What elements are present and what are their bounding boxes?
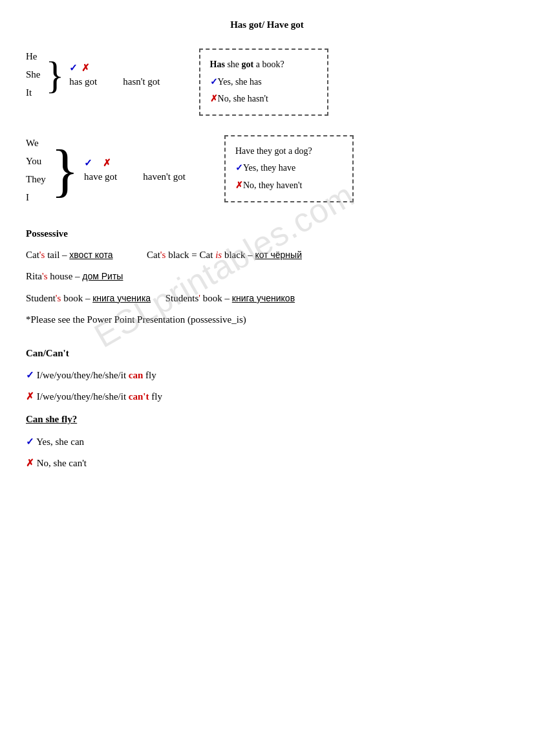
singular-yes: ✓Yes, she has bbox=[210, 74, 317, 91]
plural-bracket: } bbox=[51, 142, 79, 200]
can-section: Can/Can't ✓ I/we/you/they/he/she/it can … bbox=[26, 348, 508, 472]
pronoun-they: They bbox=[26, 171, 46, 187]
check-mark-plural: ✓ bbox=[84, 157, 92, 169]
possessive-row-2: Rita's house – дом Риты bbox=[26, 268, 508, 285]
can-positive-subjects: I/we/you/they/he/she/it bbox=[37, 370, 129, 380]
can-yes-row: ✓ Yes, she can bbox=[26, 433, 508, 451]
spacer-1 bbox=[115, 250, 144, 260]
can-negative-verb: fly bbox=[151, 391, 162, 402]
have-got-label: have got bbox=[84, 171, 117, 182]
can-yes-text: Yes, she can bbox=[36, 437, 84, 447]
q-text-1: she bbox=[227, 59, 241, 69]
can-yes-check: ✓ bbox=[26, 437, 34, 447]
possessive-note: *Please see the Power Point Presentation… bbox=[26, 312, 508, 329]
possessive-title: Possessive bbox=[26, 228, 508, 239]
yes-text: Yes, she has bbox=[218, 77, 262, 87]
can-question-row: Can she fly? bbox=[26, 411, 508, 428]
singular-question: Has she got a book? bbox=[210, 56, 317, 74]
plural-yes: ✓Yes, they have bbox=[235, 160, 343, 177]
no-cross: ✗ bbox=[210, 94, 218, 103]
cats-tail-text: Cat's tail – хвост кота bbox=[26, 250, 112, 260]
has-got-label: has got bbox=[69, 76, 97, 87]
possessive-note-text: *Please see the Power Point Presentation… bbox=[26, 314, 246, 325]
cats-black-text: Cat's black = Cat is black – кот чёрный bbox=[147, 250, 302, 260]
can-question-text: Can she fly? bbox=[26, 414, 77, 424]
can-no-text: No, she can't bbox=[37, 458, 87, 468]
can-negative-subjects: I/we/you/they/he/she/it bbox=[37, 391, 129, 402]
pronoun-she: She bbox=[26, 67, 41, 82]
plural-pronoun-list: We You They I bbox=[26, 135, 46, 205]
ritas-house-text: Rita's house – дом Риты bbox=[26, 271, 123, 281]
can-positive-check: ✓ bbox=[26, 370, 34, 380]
cant-word: can't bbox=[129, 391, 149, 402]
got-word: got bbox=[242, 59, 254, 69]
singular-pronouns: He She It } ✓ ✗ has got hasn't got bbox=[26, 49, 160, 100]
no-cross-plural: ✗ bbox=[235, 180, 243, 190]
plural-check-x: ✓ ✗ bbox=[84, 157, 186, 169]
plural-verb-row: have got haven't got bbox=[84, 171, 186, 182]
students-book-singular: Student's book – книга ученика bbox=[26, 293, 151, 303]
has-word: Has bbox=[210, 59, 225, 69]
pronoun-it: It bbox=[26, 85, 41, 100]
plural-no: ✗No, they haven't bbox=[235, 177, 343, 195]
yes-check-plural: ✓ bbox=[235, 163, 243, 173]
can-title: Can/Can't bbox=[26, 348, 508, 359]
has-got-section: He She It } ✓ ✗ has got hasn't got Has s… bbox=[26, 49, 508, 116]
cross-mark-singular: ✗ bbox=[81, 62, 90, 74]
plural-example-box: Have they got a dog? ✓Yes, they have ✗No… bbox=[224, 135, 354, 202]
plural-verb-forms: ✓ ✗ have got haven't got bbox=[84, 157, 186, 182]
spacer-2 bbox=[153, 293, 163, 303]
can-negative-row: ✗ I/we/you/they/he/she/it can't fly bbox=[26, 388, 508, 405]
possessive-section: Possessive Cat's tail – хвост кота Cat's… bbox=[26, 228, 508, 329]
no-text-plural: No, they haven't bbox=[243, 180, 303, 190]
singular-verb-row: has got hasn't got bbox=[69, 76, 160, 87]
singular-verb-forms: ✓ ✗ has got hasn't got bbox=[69, 62, 160, 87]
pronoun-you: You bbox=[26, 153, 46, 169]
plural-question: Have they got a dog? bbox=[235, 143, 343, 160]
possessive-row-1: Cat's tail – хвост кота Cat's black = Ca… bbox=[26, 247, 508, 264]
no-text: No, she hasn't bbox=[218, 94, 268, 103]
hasnt-got-label: hasn't got bbox=[123, 76, 160, 87]
can-positive-verb: fly bbox=[145, 370, 156, 380]
can-no-cross: ✗ bbox=[26, 458, 34, 468]
pronoun-i: I bbox=[26, 189, 46, 205]
check-mark-singular: ✓ bbox=[69, 62, 78, 74]
students-book-plural: Students' book – книга учеников bbox=[166, 293, 295, 303]
singular-example-box: Has she got a book? ✓Yes, she has ✗No, s… bbox=[199, 49, 328, 116]
singular-row: He She It } ✓ ✗ has got hasn't got Has s… bbox=[26, 49, 508, 116]
possessive-row-3: Student's book – книга ученика Students'… bbox=[26, 290, 508, 307]
yes-check: ✓ bbox=[210, 77, 218, 87]
yes-text-plural: Yes, they have bbox=[243, 163, 295, 173]
pronoun-he: He bbox=[26, 49, 41, 64]
singular-no: ✗No, she hasn't bbox=[210, 91, 317, 108]
singular-check-x: ✓ ✗ bbox=[69, 62, 160, 74]
pronoun-we: We bbox=[26, 135, 46, 151]
q-text-2: a book? bbox=[256, 59, 284, 69]
havent-got-label: haven't got bbox=[143, 171, 186, 182]
can-positive-row: ✓ I/we/you/they/he/she/it can fly bbox=[26, 367, 508, 384]
can-no-row: ✗ No, she can't bbox=[26, 455, 508, 472]
cross-mark-plural: ✗ bbox=[103, 157, 111, 169]
plural-pronouns: We You They I } ✓ ✗ have got haven't got bbox=[26, 135, 186, 205]
can-word: can bbox=[129, 370, 144, 380]
page-title: Has got/ Have got bbox=[26, 19, 508, 30]
singular-pronoun-list: He She It bbox=[26, 49, 41, 100]
singular-bracket: } bbox=[46, 56, 65, 94]
have-got-section: We You They I } ✓ ✗ have got haven't got bbox=[26, 135, 508, 205]
can-negative-cross: ✗ bbox=[26, 391, 34, 402]
plural-row: We You They I } ✓ ✗ have got haven't got bbox=[26, 135, 508, 205]
